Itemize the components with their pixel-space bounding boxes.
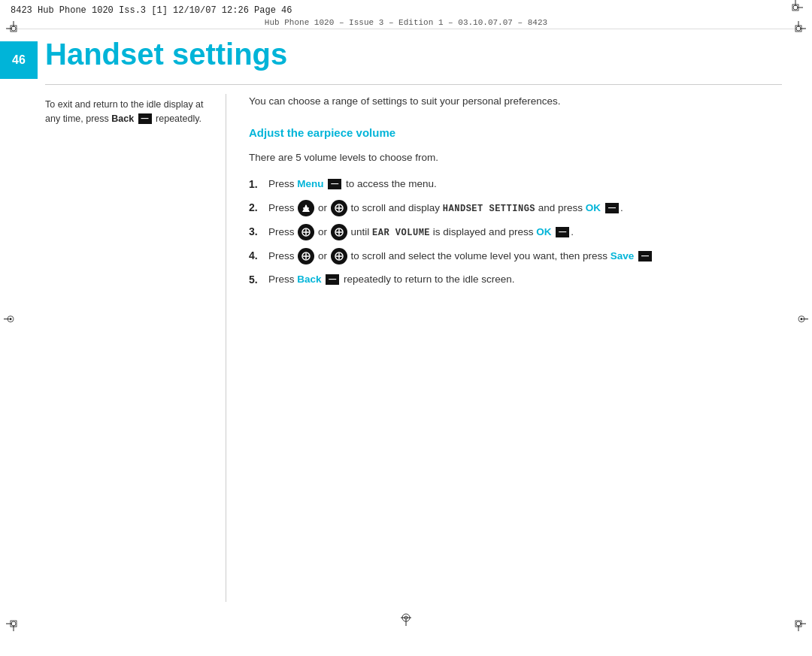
menu-button-icon: — [328,179,341,189]
step-5-content: Press Back — repeatedly to return to the… [268,272,782,287]
save-button-icon: — [638,251,652,261]
left-mid-reg-mark [4,312,17,328]
step-3: 3. Press or until EAR VOLUME is displaye… [249,224,782,240]
step-1-number: 1. [249,177,264,192]
ok-button-icon-2: — [605,203,619,213]
nav-up-icon-3 [298,224,314,240]
right-column: You can choose a range of settings to su… [241,94,782,602]
ok-keyword-2: OK [586,201,601,213]
step-4: 4. Press or to scroll and select the vol… [249,248,782,265]
svg-point-36 [801,318,803,320]
bottom-left-reg-mark [6,616,21,633]
step-5-number: 5. [249,272,264,288]
right-mid-reg-mark [795,312,808,328]
svg-point-33 [10,318,12,320]
step-4-number: 4. [249,248,264,264]
handset-settings-text: HANDSET SETTINGS [443,203,535,213]
nav-up-icon-4 [298,248,314,265]
ok-button-icon-3: — [556,227,569,237]
back-button-icon-5: — [326,274,339,285]
nav-down-icon-3 [331,224,347,240]
bottom-right-reg-mark [791,616,806,633]
page-container: 8423 Hub Phone 1020 Iss.3 [1] 12/10/07 1… [0,0,812,639]
left-column: To exit and return to the idle display a… [45,94,211,602]
print-info: 8423 Hub Phone 1020 Iss.3 [1] 12/10/07 1… [11,5,292,16]
step-5: 5. Press Back — repeatedly to return to … [249,272,782,288]
ear-volume-text: EAR VOLUME [372,227,430,237]
back-keyword: Back [297,274,321,285]
column-divider [226,94,226,602]
step-3-content: Press or until EAR VOLUME is displayed a… [268,224,782,240]
nav-up-icon-2 [298,200,314,216]
step-2: 2. Press or to scroll and display HANDSE… [249,200,782,216]
intro-text: You can choose a range of settings to su… [249,94,782,109]
nav-down-icon-2 [331,200,347,216]
volume-levels-text: There are 5 volume levels to choose from… [249,150,782,166]
step-4-content: Press or to scroll and select the volume… [268,248,782,265]
page-title: Handset settings [45,38,782,71]
step-2-number: 2. [249,200,264,216]
page-number: 46 [12,53,26,67]
step-1-content: Press Menu — to access the menu. [268,177,782,192]
nav-down-icon-4 [331,248,347,265]
top-right-reg-mark [791,21,806,38]
section-heading: Adjust the earpiece volume [249,124,782,142]
overlay-text: Hub Phone 1020 – Issue 3 – Edition 1 – 0… [265,18,547,27]
step-3-number: 3. [249,224,264,240]
top-left-reg-mark [6,21,21,38]
step-2-content: Press or to scroll and display HANDSET S… [268,200,782,216]
menu-keyword: Menu [297,178,323,189]
steps-list: 1. Press Menu — to access the menu. 2. P… [249,177,782,288]
bottom-center-reg-mark [398,609,414,628]
left-note: To exit and return to the idle display a… [45,98,211,126]
step-1: 1. Press Menu — to access the menu. [249,177,782,192]
title-divider [45,84,782,85]
top-right-corner-mark [788,0,803,15]
back-button-icon: — [138,113,152,124]
ok-keyword-3: OK [536,225,551,237]
page-number-tab: 46 [0,41,38,79]
content-area: To exit and return to the idle display a… [45,94,782,602]
save-keyword: Save [611,249,635,261]
page-title-area: Handset settings [45,38,782,71]
